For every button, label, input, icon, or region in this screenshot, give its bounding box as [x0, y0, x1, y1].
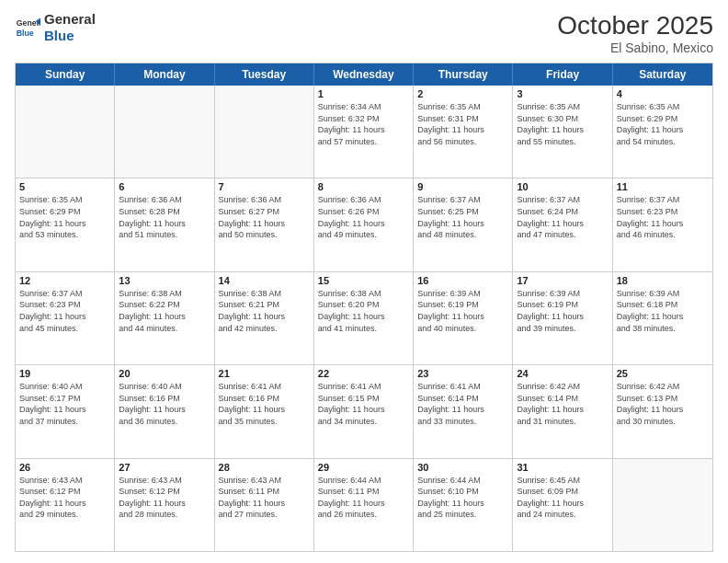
- week-row-4: 19Sunrise: 6:40 AM Sunset: 6:17 PM Dayli…: [16, 364, 712, 457]
- day-cell-13: 13Sunrise: 6:38 AM Sunset: 6:22 PM Dayli…: [115, 272, 214, 364]
- day-info: Sunrise: 6:37 AM Sunset: 6:23 PM Dayligh…: [617, 194, 709, 240]
- svg-text:Blue: Blue: [17, 29, 34, 38]
- day-cell-2: 2Sunrise: 6:35 AM Sunset: 6:31 PM Daylig…: [414, 86, 513, 178]
- day-number: 3: [517, 88, 608, 99]
- day-cell-29: 29Sunrise: 6:44 AM Sunset: 6:11 PM Dayli…: [314, 459, 414, 551]
- day-header-sunday: Sunday: [16, 63, 115, 86]
- day-cell-empty: [115, 86, 214, 178]
- day-number: 8: [318, 181, 409, 192]
- day-number: 19: [19, 368, 110, 379]
- day-info: Sunrise: 6:40 AM Sunset: 6:16 PM Dayligh…: [119, 381, 210, 427]
- day-number: 20: [119, 368, 210, 379]
- day-number: 23: [417, 368, 508, 379]
- day-info: Sunrise: 6:44 AM Sunset: 6:11 PM Dayligh…: [318, 475, 409, 521]
- day-cell-21: 21Sunrise: 6:41 AM Sunset: 6:16 PM Dayli…: [215, 365, 314, 457]
- day-header-monday: Monday: [115, 63, 214, 86]
- day-cell-18: 18Sunrise: 6:39 AM Sunset: 6:18 PM Dayli…: [613, 272, 712, 364]
- day-number: 10: [517, 181, 608, 192]
- day-info: Sunrise: 6:39 AM Sunset: 6:18 PM Dayligh…: [617, 288, 709, 334]
- day-number: 15: [318, 275, 409, 286]
- page: General Blue General Blue October 2025 E…: [0, 0, 728, 563]
- day-number: 12: [19, 275, 110, 286]
- logo-blue: Blue: [44, 28, 96, 44]
- day-cell-7: 7Sunrise: 6:36 AM Sunset: 6:27 PM Daylig…: [215, 178, 314, 270]
- day-number: 25: [617, 368, 709, 379]
- day-cell-15: 15Sunrise: 6:38 AM Sunset: 6:20 PM Dayli…: [314, 272, 414, 364]
- svg-text:General: General: [17, 18, 40, 28]
- day-number: 17: [517, 275, 608, 286]
- day-cell-9: 9Sunrise: 6:37 AM Sunset: 6:25 PM Daylig…: [414, 178, 513, 270]
- day-cell-26: 26Sunrise: 6:43 AM Sunset: 6:12 PM Dayli…: [16, 459, 115, 551]
- day-header-tuesday: Tuesday: [215, 63, 314, 86]
- header: General Blue General Blue October 2025 E…: [15, 11, 713, 55]
- day-number: 1: [318, 88, 409, 99]
- week-row-3: 12Sunrise: 6:37 AM Sunset: 6:23 PM Dayli…: [16, 271, 712, 364]
- month-title: October 2025: [557, 11, 713, 40]
- day-cell-28: 28Sunrise: 6:43 AM Sunset: 6:11 PM Dayli…: [215, 459, 314, 551]
- day-cell-4: 4Sunrise: 6:35 AM Sunset: 6:29 PM Daylig…: [613, 86, 712, 178]
- day-header-wednesday: Wednesday: [314, 63, 414, 86]
- day-info: Sunrise: 6:43 AM Sunset: 6:11 PM Dayligh…: [219, 475, 310, 521]
- day-info: Sunrise: 6:35 AM Sunset: 6:30 PM Dayligh…: [517, 101, 608, 147]
- day-cell-empty: [215, 86, 314, 178]
- day-number: 28: [219, 462, 310, 473]
- day-info: Sunrise: 6:39 AM Sunset: 6:19 PM Dayligh…: [417, 288, 508, 334]
- day-cell-30: 30Sunrise: 6:44 AM Sunset: 6:10 PM Dayli…: [414, 459, 513, 551]
- day-info: Sunrise: 6:41 AM Sunset: 6:16 PM Dayligh…: [219, 381, 310, 427]
- day-cell-22: 22Sunrise: 6:41 AM Sunset: 6:15 PM Dayli…: [314, 365, 414, 457]
- day-cell-25: 25Sunrise: 6:42 AM Sunset: 6:13 PM Dayli…: [613, 365, 712, 457]
- day-number: 14: [219, 275, 310, 286]
- day-info: Sunrise: 6:38 AM Sunset: 6:22 PM Dayligh…: [119, 288, 210, 334]
- day-number: 16: [417, 275, 508, 286]
- day-info: Sunrise: 6:42 AM Sunset: 6:14 PM Dayligh…: [517, 381, 608, 427]
- day-info: Sunrise: 6:40 AM Sunset: 6:17 PM Dayligh…: [19, 381, 110, 427]
- day-cell-17: 17Sunrise: 6:39 AM Sunset: 6:19 PM Dayli…: [513, 272, 612, 364]
- day-cell-19: 19Sunrise: 6:40 AM Sunset: 6:17 PM Dayli…: [16, 365, 115, 457]
- day-number: 7: [219, 181, 310, 192]
- week-row-5: 26Sunrise: 6:43 AM Sunset: 6:12 PM Dayli…: [16, 458, 712, 551]
- day-headers: SundayMondayTuesdayWednesdayThursdayFrid…: [16, 63, 712, 86]
- day-cell-empty: [613, 459, 712, 551]
- day-cell-6: 6Sunrise: 6:36 AM Sunset: 6:28 PM Daylig…: [115, 178, 214, 270]
- day-number: 5: [19, 181, 110, 192]
- title-block: October 2025 El Sabino, Mexico: [557, 11, 713, 55]
- day-number: 31: [517, 462, 608, 473]
- day-info: Sunrise: 6:39 AM Sunset: 6:19 PM Dayligh…: [517, 288, 608, 334]
- day-info: Sunrise: 6:36 AM Sunset: 6:27 PM Dayligh…: [219, 194, 310, 240]
- calendar: SundayMondayTuesdayWednesdayThursdayFrid…: [15, 63, 713, 552]
- day-cell-23: 23Sunrise: 6:41 AM Sunset: 6:14 PM Dayli…: [414, 365, 513, 457]
- day-cell-27: 27Sunrise: 6:43 AM Sunset: 6:12 PM Dayli…: [115, 459, 214, 551]
- logo-icon: General Blue: [15, 15, 40, 40]
- day-info: Sunrise: 6:38 AM Sunset: 6:20 PM Dayligh…: [318, 288, 409, 334]
- day-info: Sunrise: 6:35 AM Sunset: 6:29 PM Dayligh…: [617, 101, 709, 147]
- day-cell-3: 3Sunrise: 6:35 AM Sunset: 6:30 PM Daylig…: [513, 86, 612, 178]
- day-info: Sunrise: 6:36 AM Sunset: 6:28 PM Dayligh…: [119, 194, 210, 240]
- day-cell-12: 12Sunrise: 6:37 AM Sunset: 6:23 PM Dayli…: [16, 272, 115, 364]
- day-cell-14: 14Sunrise: 6:38 AM Sunset: 6:21 PM Dayli…: [215, 272, 314, 364]
- day-number: 24: [517, 368, 608, 379]
- day-info: Sunrise: 6:38 AM Sunset: 6:21 PM Dayligh…: [219, 288, 310, 334]
- day-info: Sunrise: 6:41 AM Sunset: 6:15 PM Dayligh…: [318, 381, 409, 427]
- day-cell-empty: [16, 86, 115, 178]
- day-number: 9: [417, 181, 508, 192]
- weeks: 1Sunrise: 6:34 AM Sunset: 6:32 PM Daylig…: [16, 86, 712, 551]
- day-number: 13: [119, 275, 210, 286]
- day-number: 21: [219, 368, 310, 379]
- day-header-saturday: Saturday: [613, 63, 712, 86]
- location-subtitle: El Sabino, Mexico: [557, 40, 713, 55]
- day-number: 29: [318, 462, 409, 473]
- day-cell-24: 24Sunrise: 6:42 AM Sunset: 6:14 PM Dayli…: [513, 365, 612, 457]
- day-cell-1: 1Sunrise: 6:34 AM Sunset: 6:32 PM Daylig…: [314, 86, 414, 178]
- day-header-friday: Friday: [513, 63, 612, 86]
- day-info: Sunrise: 6:43 AM Sunset: 6:12 PM Dayligh…: [119, 475, 210, 521]
- week-row-2: 5Sunrise: 6:35 AM Sunset: 6:29 PM Daylig…: [16, 178, 712, 270]
- day-info: Sunrise: 6:42 AM Sunset: 6:13 PM Dayligh…: [617, 381, 709, 427]
- day-header-thursday: Thursday: [414, 63, 513, 86]
- day-info: Sunrise: 6:45 AM Sunset: 6:09 PM Dayligh…: [517, 475, 608, 521]
- day-number: 6: [119, 181, 210, 192]
- day-cell-10: 10Sunrise: 6:37 AM Sunset: 6:24 PM Dayli…: [513, 178, 612, 270]
- day-info: Sunrise: 6:37 AM Sunset: 6:25 PM Dayligh…: [417, 194, 508, 240]
- day-number: 30: [417, 462, 508, 473]
- day-info: Sunrise: 6:37 AM Sunset: 6:24 PM Dayligh…: [517, 194, 608, 240]
- day-cell-11: 11Sunrise: 6:37 AM Sunset: 6:23 PM Dayli…: [613, 178, 712, 270]
